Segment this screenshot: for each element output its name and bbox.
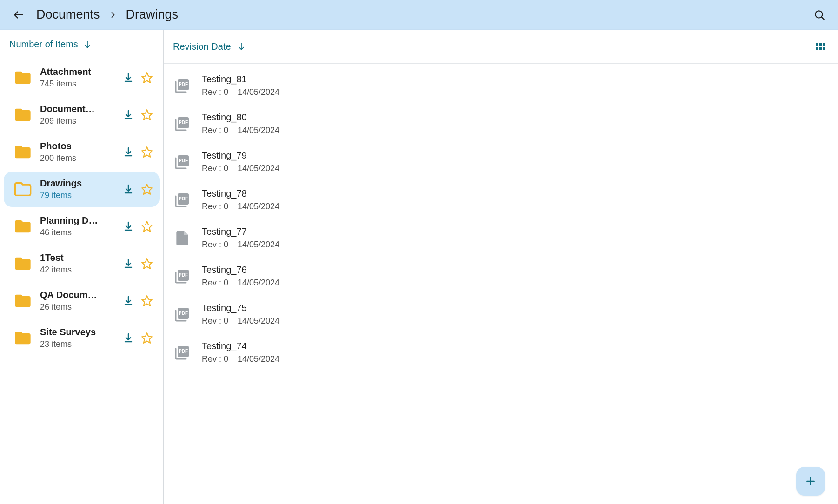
main-sort[interactable]: Revision Date (164, 30, 838, 64)
svg-text:PDF: PDF (179, 120, 188, 125)
file-name: Testing_79 (202, 150, 279, 161)
file-revision: Rev : 0 (202, 87, 228, 97)
svg-text:PDF: PDF (179, 158, 188, 163)
file-revision: Rev : 0 (202, 240, 228, 250)
file-row[interactable]: PDF Testing_79Rev : 014/05/2024 (164, 143, 838, 181)
folder-icon (13, 217, 33, 236)
favorite-button[interactable] (141, 220, 153, 232)
folder-name: Attachment (40, 66, 100, 77)
file-date: 14/05/2024 (238, 316, 279, 326)
favorite-button[interactable] (141, 332, 153, 344)
file-row[interactable]: Testing_77Rev : 014/05/2024 (164, 219, 838, 257)
file-row[interactable]: PDF Testing_78Rev : 014/05/2024 (164, 181, 838, 219)
folder-count: 79 items (40, 191, 115, 200)
topbar: Documents Drawings (0, 0, 838, 30)
file-revision: Rev : 0 (202, 202, 228, 212)
pdf-file-icon: PDF (173, 191, 192, 209)
svg-marker-12 (142, 147, 152, 157)
sidebar: Number of Items Attachment745 items Docu… (0, 30, 164, 504)
search-button[interactable] (810, 6, 829, 24)
folder-row[interactable]: Planning D…46 items (4, 209, 160, 244)
pdf-file-icon: PDF (173, 305, 192, 324)
file-name: Testing_76 (202, 265, 279, 275)
svg-line-2 (822, 17, 824, 19)
svg-rect-34 (823, 47, 825, 50)
favorite-button[interactable] (141, 295, 153, 307)
breadcrumb-current: Drawings (126, 7, 179, 22)
download-button[interactable] (122, 109, 134, 121)
svg-text:PDF: PDF (179, 196, 188, 201)
breadcrumb-root[interactable]: Documents (36, 7, 100, 22)
folder-count: 209 items (40, 116, 115, 126)
folder-row[interactable]: Drawings79 items (4, 172, 160, 207)
folder-icon (13, 105, 33, 125)
chevron-right-icon (108, 10, 118, 20)
file-date: 14/05/2024 (238, 202, 279, 212)
plus-icon (805, 475, 817, 487)
file-date: 14/05/2024 (238, 87, 279, 97)
folder-row[interactable]: Document…209 items (4, 97, 160, 133)
folder-icon (13, 291, 33, 311)
svg-text:PDF: PDF (179, 82, 188, 87)
file-name: Testing_75 (202, 303, 279, 313)
breadcrumb: Documents Drawings (36, 7, 178, 22)
svg-rect-31 (823, 43, 825, 46)
file-revision: Rev : 0 (202, 354, 228, 364)
file-row[interactable]: PDF Testing_76Rev : 014/05/2024 (164, 257, 838, 295)
file-date: 14/05/2024 (238, 354, 279, 364)
favorite-button[interactable] (141, 146, 153, 158)
download-button[interactable] (122, 146, 134, 158)
download-button[interactable] (122, 72, 134, 84)
svg-rect-30 (819, 43, 822, 46)
file-revision: Rev : 0 (202, 164, 228, 173)
folder-icon (13, 254, 33, 273)
search-icon (813, 9, 825, 21)
main-panel: Revision Date PDF Testing_81Rev : 014/05… (164, 30, 838, 504)
favorite-button[interactable] (141, 258, 153, 270)
file-row[interactable]: PDF Testing_75Rev : 014/05/2024 (164, 295, 838, 333)
folder-count: 42 items (40, 265, 115, 275)
folder-row[interactable]: Attachment745 items (4, 60, 160, 95)
file-revision: Rev : 0 (202, 316, 228, 326)
folder-row[interactable]: 1Test42 items (4, 246, 160, 281)
favorite-button[interactable] (141, 109, 153, 121)
add-button[interactable] (796, 467, 825, 496)
folder-count: 46 items (40, 228, 115, 238)
download-button[interactable] (122, 258, 134, 270)
main-sort-label: Revision Date (173, 41, 231, 52)
folder-name: Document… (40, 104, 100, 114)
download-button[interactable] (122, 295, 134, 307)
favorite-button[interactable] (141, 183, 153, 195)
svg-text:PDF: PDF (179, 349, 188, 354)
file-revision: Rev : 0 (202, 126, 228, 135)
pdf-file-icon: PDF (173, 153, 192, 171)
download-button[interactable] (122, 332, 134, 344)
svg-marker-18 (142, 221, 152, 232)
file-row[interactable]: PDF Testing_80Rev : 014/05/2024 (164, 105, 838, 143)
file-date: 14/05/2024 (238, 278, 279, 288)
file-row[interactable]: PDF Testing_81Rev : 014/05/2024 (164, 66, 838, 105)
file-row[interactable]: PDF Testing_74Rev : 014/05/2024 (164, 333, 838, 371)
folder-icon (13, 328, 33, 348)
arrow-left-icon (13, 9, 25, 21)
file-name: Testing_78 (202, 188, 279, 199)
file-icon (173, 229, 192, 247)
download-button[interactable] (122, 220, 134, 232)
sidebar-sort[interactable]: Number of Items (0, 30, 163, 58)
favorite-button[interactable] (141, 72, 153, 84)
svg-text:PDF: PDF (179, 311, 188, 316)
svg-rect-29 (816, 43, 818, 46)
folder-name: Photos (40, 141, 100, 152)
folder-row[interactable]: QA Docum…26 items (4, 283, 160, 318)
download-button[interactable] (122, 183, 134, 195)
folder-row[interactable]: Site Surveys23 items (4, 320, 160, 356)
folder-row[interactable]: Photos200 items (4, 134, 160, 170)
sort-down-icon (237, 42, 246, 51)
grid-view-button[interactable] (815, 41, 826, 52)
file-date: 14/05/2024 (238, 240, 279, 250)
file-date: 14/05/2024 (238, 126, 279, 135)
pdf-file-icon: PDF (173, 343, 192, 362)
back-button[interactable] (9, 6, 28, 24)
file-name: Testing_74 (202, 341, 279, 351)
svg-marker-9 (142, 110, 152, 120)
